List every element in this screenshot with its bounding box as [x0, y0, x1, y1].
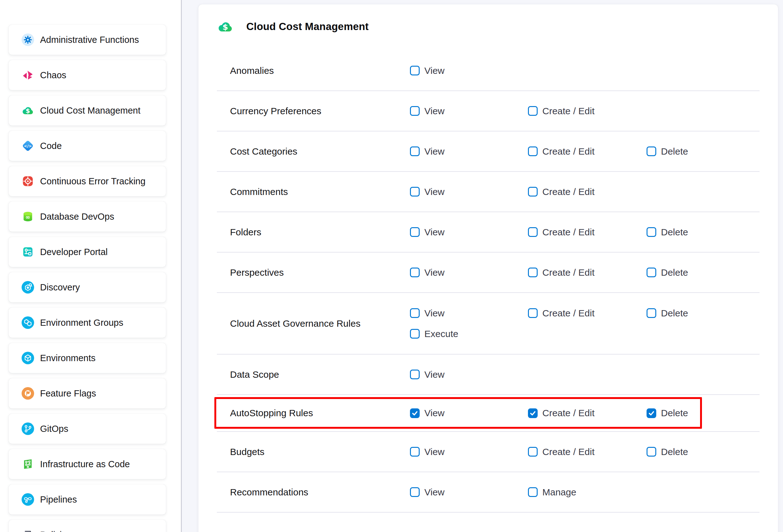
permission-label: Delete: [661, 308, 688, 319]
checkbox-create-edit[interactable]: [528, 447, 538, 457]
gear-badge-icon: [21, 33, 34, 46]
sidebar-item-feature-flags[interactable]: Feature Flags: [9, 378, 166, 408]
permission-label: View: [425, 267, 444, 278]
checkbox-view[interactable]: [410, 370, 420, 379]
permission-item: Create / Edit: [528, 446, 647, 457]
permissions-cells: View: [410, 60, 759, 81]
resource-name: Data Scope: [217, 369, 410, 380]
sidebar-item-developer-portal[interactable]: Developer Portal: [9, 237, 166, 267]
permission-label: View: [425, 227, 444, 238]
sidebar-item-environments[interactable]: Environments: [9, 343, 166, 373]
permission-label: View: [425, 187, 444, 197]
permission-item: Execute: [410, 328, 528, 339]
permission-row: PerspectivesViewCreate / EditDelete: [217, 253, 759, 293]
checkbox-view[interactable]: [410, 487, 420, 497]
sidebar-item-continuous-error-tracking[interactable]: Continuous Error Tracking: [9, 166, 166, 196]
checkbox-execute[interactable]: [410, 329, 420, 339]
checkbox-delete[interactable]: [647, 147, 656, 156]
checkbox-view[interactable]: [410, 408, 420, 418]
permission-line: ViewCreate / EditDelete: [410, 141, 759, 162]
checkbox-delete[interactable]: [647, 227, 656, 237]
permission-row: Cost CategoriesViewCreate / EditDelete: [217, 131, 759, 172]
checkbox-delete[interactable]: [647, 268, 656, 277]
sidebar-item-label: Policies: [40, 530, 71, 532]
permission-label: View: [425, 106, 444, 117]
checkbox-delete[interactable]: [647, 447, 656, 457]
permission-line: Execute: [410, 323, 759, 344]
checkbox-delete[interactable]: [647, 408, 656, 418]
permission-item: Create / Edit: [528, 267, 647, 278]
checkbox-view[interactable]: [410, 447, 420, 457]
permission-item: Manage: [528, 487, 647, 498]
permission-line: View: [410, 364, 759, 385]
permission-item: Create / Edit: [528, 146, 647, 157]
permission-line: ViewCreate / EditDelete: [410, 442, 759, 462]
permission-label: View: [425, 146, 444, 157]
permission-item: Create / Edit: [528, 227, 647, 238]
sidebar-item-code[interactable]: </>Code: [9, 131, 166, 161]
sidebar-item-infrastructure-as-code[interactable]: Infrastructure as Code: [9, 449, 166, 479]
checkbox-view[interactable]: [410, 106, 420, 116]
checkbox-create-edit[interactable]: [528, 187, 538, 196]
checkbox-create-edit[interactable]: [528, 308, 538, 318]
checkbox-view[interactable]: [410, 147, 420, 156]
resource-name: Commitments: [217, 187, 410, 197]
sidebar-item-label: Continuous Error Tracking: [40, 176, 146, 187]
checkbox-create-edit[interactable]: [528, 106, 538, 116]
sidebar-item-database-devops[interactable]: ∞Database DevOps: [9, 201, 166, 231]
permission-label: Manage: [542, 487, 576, 498]
checkbox-view[interactable]: [410, 227, 420, 237]
permission-item: Delete: [647, 146, 759, 157]
environment-groups-icon: [21, 316, 34, 329]
checkbox-create-edit[interactable]: [528, 268, 538, 277]
checkbox-view[interactable]: [410, 308, 420, 318]
modules-list: Administrative Functions Chaos $Cloud Co…: [9, 25, 181, 532]
checkbox-create-edit[interactable]: [528, 147, 538, 156]
permission-item: View: [410, 408, 528, 418]
checkbox-manage[interactable]: [528, 487, 538, 497]
sidebar-item-pipelines[interactable]: Pipelines: [9, 484, 166, 514]
checkbox-view[interactable]: [410, 268, 420, 277]
permission-row: RecommendationsViewManage: [217, 472, 759, 512]
checkbox-create-edit[interactable]: [528, 408, 538, 418]
sidebar-item-label: Infrastructure as Code: [40, 459, 130, 469]
permissions-cells: ViewManage: [410, 482, 759, 503]
permission-label: Delete: [661, 227, 688, 238]
sidebar-item-administrative-functions[interactable]: Administrative Functions: [9, 25, 166, 55]
permissions-table: AnomaliesViewCurrency PreferencesViewCre…: [217, 51, 759, 512]
chaos-icon: [21, 68, 34, 82]
permission-label: View: [425, 408, 444, 418]
permission-line: View: [410, 60, 759, 81]
policies-check-icon: [21, 528, 34, 532]
permissions-cells: View: [410, 364, 759, 385]
modules-sidebar: Administrative Functions Chaos $Cloud Co…: [0, 0, 182, 532]
svg-text:$: $: [26, 107, 30, 115]
sidebar-item-discovery[interactable]: Discovery: [9, 272, 166, 302]
checkbox-delete[interactable]: [647, 308, 656, 318]
environments-cube-icon: [21, 351, 34, 365]
svg-text:</>: </>: [24, 144, 32, 148]
permissions-cells: ViewCreate / EditDeleteExecute: [410, 303, 759, 344]
sidebar-item-label: Environments: [40, 353, 95, 363]
sidebar-item-gitops[interactable]: GitOps: [9, 414, 166, 444]
permission-row: FoldersViewCreate / EditDelete: [217, 212, 759, 253]
permission-item: View: [410, 106, 528, 117]
permission-label: Create / Edit: [542, 146, 595, 157]
checkbox-view[interactable]: [410, 66, 420, 75]
permission-row: CommitmentsViewCreate / Edit: [217, 172, 759, 212]
permission-item: View: [410, 267, 528, 278]
sidebar-item-environment-groups[interactable]: Environment Groups: [9, 308, 166, 338]
resource-name: Recommendations: [217, 487, 410, 498]
sidebar-item-cloud-cost-management[interactable]: $Cloud Cost Management: [9, 95, 166, 125]
svg-text:∞: ∞: [26, 214, 30, 220]
sidebar-item-label: GitOps: [40, 424, 68, 434]
checkbox-view[interactable]: [410, 187, 420, 196]
permissions-cells: ViewCreate / EditDelete: [410, 403, 759, 424]
sidebar-item-chaos[interactable]: Chaos: [9, 60, 166, 90]
error-target-icon: [21, 175, 34, 188]
checkbox-create-edit[interactable]: [528, 227, 538, 237]
panel-title: Cloud Cost Management: [246, 21, 369, 33]
permission-label: Delete: [661, 446, 688, 457]
permission-line: ViewCreate / EditDelete: [410, 303, 759, 323]
sidebar-item-policies[interactable]: Policies: [9, 520, 166, 532]
